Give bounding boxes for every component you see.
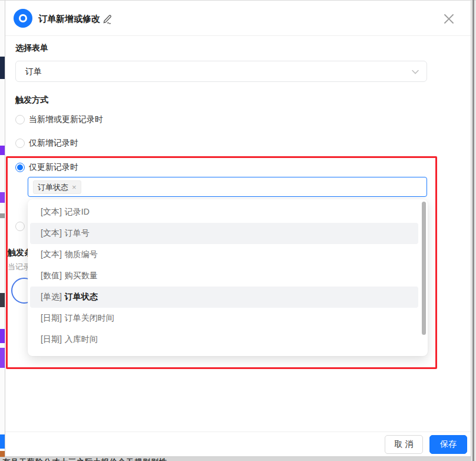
field-dropdown-list: [文本] 记录ID [文本] 订单号 [文本] 物质编号 [数值] 购买数量 [… [28, 199, 428, 356]
select-form-label: 选择表单 [15, 43, 48, 54]
background-block [0, 348, 5, 368]
field-type-tag: [文本] [41, 228, 62, 239]
background-block [0, 192, 5, 203]
background-page-bottom: 有且干薪险公才十三之际土报价个无规则则性 [0, 457, 471, 461]
footer-divider [5, 432, 471, 432]
dialog-order-add-or-modify: 订单新增或修改 选择表单 订单 触发方式 当新增或更新记录时 仅新增记录时 仅更 [5, 0, 471, 457]
form-select-value: 订单 [25, 67, 42, 77]
background-block [0, 213, 5, 218]
field-name: 订单状态 [65, 292, 98, 302]
save-button[interactable]: 保存 [429, 435, 467, 454]
background-block [0, 57, 5, 79]
selected-field-tag-label: 订单状态 [38, 182, 68, 193]
field-type-tag: [日期] [41, 313, 62, 324]
radio-option-label: 仅更新记录时 [29, 162, 78, 173]
dropdown-item-order-close-time[interactable]: [日期] 订单关闭时间 [30, 308, 418, 329]
field-name: 订单关闭时间 [65, 313, 114, 324]
dialog-title: 订单新增或修改 [38, 14, 100, 25]
radio-icon[interactable] [15, 139, 25, 148]
close-icon[interactable] [442, 12, 455, 25]
window-scrollbar-edge [472, 0, 474, 461]
background-block [0, 146, 5, 155]
field-name: 订单号 [65, 228, 90, 239]
field-name: 物质编号 [65, 249, 98, 260]
dropdown-item-order-status[interactable]: [单选] 订单状态 [30, 287, 418, 308]
background-block [0, 329, 5, 343]
selected-field-tag[interactable]: 订单状态 × [33, 180, 81, 194]
radio-icon[interactable] [15, 115, 25, 124]
field-type-tag: [日期] [41, 334, 62, 345]
form-select[interactable]: 订单 [15, 61, 427, 82]
chevron-down-icon [411, 69, 419, 75]
radio-option-update-only[interactable]: 仅更新记录时 [15, 162, 78, 173]
field-type-tag: [文本] [41, 207, 62, 218]
dropdown-item-inbound-time[interactable]: [日期] 入库时间 [30, 329, 418, 350]
dropdown-item-purchase-qty[interactable]: [数值] 购买数量 [30, 265, 418, 287]
target-ring-icon [19, 14, 27, 22]
background-block [0, 293, 5, 307]
field-multiselect-input[interactable]: 订单状态 × [28, 177, 427, 197]
field-type-tag: [单选] [41, 292, 62, 302]
radio-option-label: 仅新增记录时 [29, 138, 78, 149]
trigger-method-label: 触发方式 [15, 95, 48, 106]
background-block [0, 434, 5, 449]
radio-option-create-or-update[interactable]: 当新增或更新记录时 [15, 114, 103, 125]
radio-option-label: 当新增或更新记录时 [29, 114, 103, 125]
dropdown-item-order-no[interactable]: [文本] 订单号 [30, 223, 418, 244]
field-type-tag: [数值] [41, 271, 62, 281]
radio-icon-checked[interactable] [15, 163, 25, 172]
radio-icon-obscured[interactable] [15, 222, 25, 231]
dropdown-item-material-no[interactable]: [文本] 物质编号 [30, 244, 418, 265]
field-name: 购买数量 [65, 271, 98, 281]
dropdown-scrollbar[interactable] [422, 202, 426, 335]
radio-option-create-only[interactable]: 仅新增记录时 [15, 138, 78, 149]
field-type-tag: [文本] [41, 249, 62, 260]
cancel-button[interactable]: 取 消 [385, 435, 423, 454]
remove-tag-icon[interactable]: × [72, 183, 77, 191]
dropdown-item-record-id[interactable]: [文本] 记录ID [30, 202, 418, 223]
dialog-header: 订单新增或修改 [5, 1, 471, 36]
field-name: 入库时间 [65, 334, 98, 345]
window-border [0, 0, 476, 1]
background-clipped-text: 有且干薪险公才十三之际土报价个无规则则性 [2, 457, 309, 461]
edit-title-icon[interactable] [102, 13, 114, 25]
background-page-sliver [0, 0, 5, 461]
trigger-node-icon [14, 9, 32, 28]
field-name: 记录ID [65, 207, 90, 218]
